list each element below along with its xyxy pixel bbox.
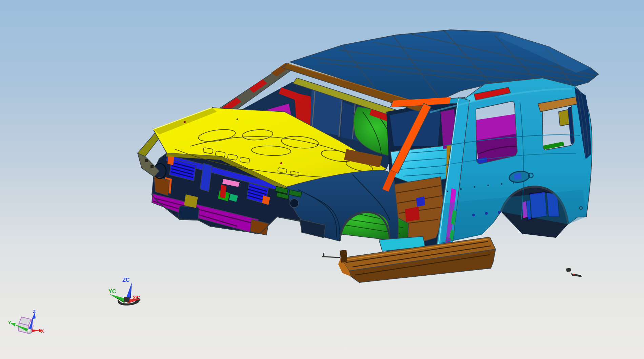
datum-z-label: Z bbox=[33, 309, 36, 314]
loose-part-1[interactable] bbox=[566, 268, 571, 272]
apron-hole-2 bbox=[150, 165, 154, 168]
bumper-tab[interactable] bbox=[179, 206, 199, 220]
wcs-y-label: YC bbox=[108, 289, 116, 294]
rocker-rod bbox=[322, 257, 340, 257]
rocker-stand[interactable] bbox=[340, 250, 347, 263]
rocker-pin bbox=[323, 253, 324, 256]
fender-hole bbox=[290, 199, 299, 208]
datum-y-label: Y bbox=[8, 320, 11, 325]
loose-part-red-dot bbox=[573, 274, 575, 275]
hood-dot-2 bbox=[237, 119, 238, 120]
datum-csys[interactable]: Z Y X bbox=[8, 309, 44, 334]
wcs-z-label: ZC bbox=[122, 277, 130, 283]
floor-red-bracket[interactable] bbox=[405, 207, 420, 222]
wcs-x-label: XC bbox=[133, 295, 140, 301]
floor-blue-sliver[interactable] bbox=[416, 196, 425, 207]
wcs-triad[interactable]: ZC YC XC bbox=[108, 277, 141, 305]
hood-dot-3 bbox=[280, 162, 282, 164]
loose-part-2[interactable] bbox=[571, 273, 582, 277]
loose-small-parts[interactable] bbox=[566, 268, 582, 277]
wcs-origin[interactable] bbox=[124, 297, 129, 302]
datum-origin-ball[interactable] bbox=[27, 329, 32, 334]
apron-hole-1 bbox=[145, 159, 148, 162]
hood-dot-1 bbox=[184, 121, 186, 123]
cad-viewport: ZC YC XC Z Y X bbox=[0, 0, 644, 359]
model-canvas[interactable]: ZC YC XC Z Y X bbox=[0, 0, 644, 359]
handle-pocket-glint bbox=[514, 173, 521, 180]
datum-x-label: X bbox=[41, 329, 44, 334]
